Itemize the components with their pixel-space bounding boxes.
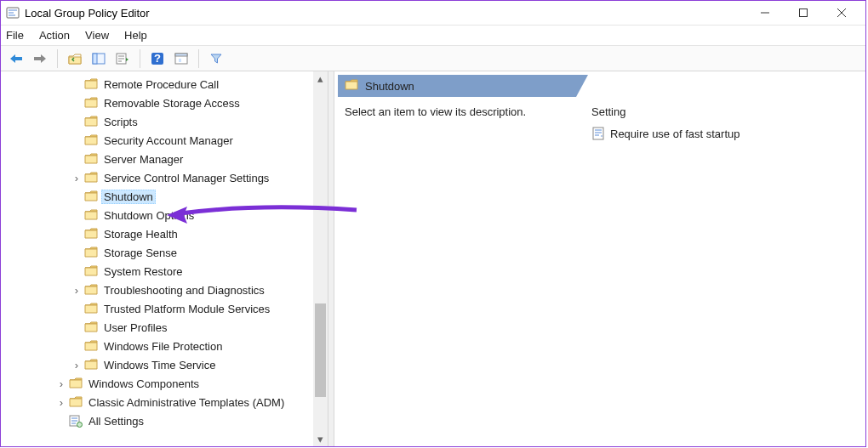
tree-item-label: User Profiles: [101, 320, 169, 335]
expander-icon: [71, 190, 83, 202]
tree-item[interactable]: ›Service Control Manager Settings: [1, 168, 328, 187]
setting-item[interactable]: Require use of fast startup: [591, 124, 855, 143]
filter-button[interactable]: [206, 48, 226, 69]
tree-item-label: Troubleshooting and Diagnostics: [101, 283, 267, 298]
folder-icon: [84, 320, 98, 334]
expander-icon: [71, 78, 83, 90]
tree-item-label: Security Account Manager: [101, 133, 236, 148]
folder-icon: [84, 171, 98, 184]
expander-icon[interactable]: ›: [55, 377, 67, 389]
tree-item[interactable]: Scripts: [1, 112, 328, 131]
menu-file[interactable]: File: [6, 29, 24, 42]
menu-view[interactable]: View: [85, 29, 109, 42]
tree-item[interactable]: Security Account Manager: [1, 131, 328, 150]
tree[interactable]: Remote Procedure CallRemovable Storage A…: [1, 71, 328, 430]
tree-item-label: Storage Health: [101, 227, 180, 241]
expander-icon: [71, 265, 83, 277]
folder-icon: [345, 78, 358, 94]
expander-icon[interactable]: ›: [55, 396, 67, 408]
svg-rect-1: [799, 9, 807, 17]
svg-rect-10: [175, 54, 187, 56]
tree-item[interactable]: Removable Storage Access: [1, 94, 328, 112]
expander-icon: [71, 340, 83, 352]
expander-icon: [55, 415, 67, 427]
up-folder-button[interactable]: [65, 48, 85, 69]
show-hide-tree-button[interactable]: [89, 48, 109, 69]
expander-icon: [71, 209, 83, 221]
menu-help[interactable]: Help: [124, 29, 147, 42]
expander-icon: [71, 116, 83, 128]
folder-icon: [84, 152, 98, 166]
tree-item[interactable]: Windows File Protection: [1, 337, 328, 355]
expander-icon[interactable]: ›: [71, 172, 83, 184]
tree-item-label: Scripts: [101, 115, 140, 129]
tree-item[interactable]: Shutdown: [1, 187, 328, 206]
folder-icon: [84, 208, 98, 222]
folder-icon: [84, 77, 98, 91]
tree-item[interactable]: All Settings: [1, 411, 328, 430]
tree-item-label: Remote Procedure Call: [101, 77, 221, 92]
close-button[interactable]: [822, 1, 860, 25]
svg-text:?: ?: [154, 52, 161, 65]
svg-rect-5: [93, 54, 97, 64]
detail-pane: Shutdown Select an item to view its desc…: [334, 71, 865, 446]
tree-item[interactable]: User Profiles: [1, 318, 328, 337]
tree-item[interactable]: Server Manager: [1, 150, 328, 168]
tree-item-label: Classic Administrative Templates (ADM): [86, 395, 287, 410]
folder-icon: [84, 96, 98, 110]
scroll-thumb[interactable]: [315, 303, 326, 397]
window: Local Group Policy Editor File Action Vi…: [0, 0, 866, 447]
tree-item[interactable]: ›Windows Time Service: [1, 355, 328, 374]
tree-item-label: Windows File Protection: [101, 339, 225, 354]
detail-heading-label: Shutdown: [365, 80, 414, 93]
tree-item-label: Trusted Platform Module Services: [101, 302, 272, 316]
export-list-button[interactable]: [112, 48, 133, 69]
expander-icon[interactable]: ›: [71, 284, 83, 296]
toolbar-separator: [198, 49, 199, 68]
scroll-down-arrow[interactable]: ▾: [313, 432, 328, 446]
settings-column-header[interactable]: Setting: [591, 105, 855, 124]
tree-item[interactable]: ›Windows Components: [1, 374, 328, 393]
tree-item-label: Shutdown: [101, 190, 156, 204]
scroll-track[interactable]: [313, 86, 328, 432]
properties-button[interactable]: [171, 48, 191, 69]
menu-action[interactable]: Action: [39, 29, 70, 42]
app-icon: [6, 6, 20, 20]
description-text: Select an item to view its description.: [345, 105, 557, 446]
folder-icon: [84, 339, 98, 353]
tree-item[interactable]: ›Troubleshooting and Diagnostics: [1, 281, 328, 299]
toolbar: ?: [1, 46, 865, 71]
tree-item[interactable]: System Restore: [1, 262, 328, 281]
svg-rect-3: [34, 57, 42, 60]
folder-icon: [84, 115, 98, 128]
folder-icon: [84, 246, 98, 259]
back-button[interactable]: [6, 48, 26, 69]
forward-button[interactable]: [30, 48, 50, 69]
maximize-button[interactable]: [784, 1, 822, 25]
folder-icon: [84, 227, 98, 241]
tree-item-label: Removable Storage Access: [101, 96, 243, 111]
setting-label: Require use of fast startup: [610, 128, 740, 140]
expander-icon[interactable]: ›: [71, 359, 83, 371]
tree-item[interactable]: Trusted Platform Module Services: [1, 299, 328, 318]
help-button[interactable]: ?: [147, 48, 168, 69]
tree-item[interactable]: Remote Procedure Call: [1, 75, 328, 94]
scroll-up-arrow[interactable]: ▴: [313, 71, 328, 86]
tree-item[interactable]: Shutdown Options: [1, 206, 328, 224]
splitter[interactable]: [328, 71, 334, 446]
tree-item[interactable]: ›Classic Administrative Templates (ADM): [1, 393, 328, 411]
expander-icon: [71, 153, 83, 165]
tree-item[interactable]: Storage Health: [1, 224, 328, 243]
content: Remote Procedure CallRemovable Storage A…: [1, 71, 865, 446]
settings-list: Setting Require use of fast startup: [591, 105, 855, 446]
folder-icon: [84, 283, 98, 297]
expander-icon: [71, 97, 83, 109]
window-title: Local Group Policy Editor: [25, 7, 745, 20]
tree-item-label: System Restore: [101, 264, 185, 279]
expander-icon: [71, 228, 83, 240]
expander-icon: [71, 303, 83, 315]
toolbar-separator: [57, 49, 58, 68]
tree-scrollbar[interactable]: ▴ ▾: [313, 71, 328, 446]
minimize-button[interactable]: [745, 1, 784, 25]
tree-item[interactable]: Storage Sense: [1, 243, 328, 262]
